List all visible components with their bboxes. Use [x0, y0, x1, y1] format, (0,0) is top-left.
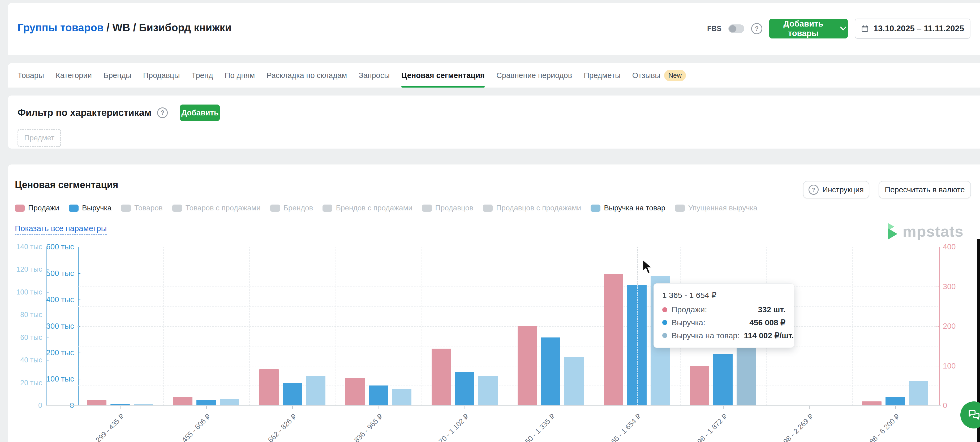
instruction-button[interactable]: ? Инструкция: [803, 181, 869, 199]
bar-выручка-на-товар-2[interactable]: [220, 399, 239, 405]
fbs-toggle[interactable]: [729, 24, 744, 33]
bar-выручка-3[interactable]: [283, 383, 302, 405]
x-axis-line: [46, 405, 941, 406]
tooltip-series-value: 456 008 ₽: [749, 318, 786, 327]
legend-swatch: [15, 205, 25, 212]
axis-tick-label: 400: [943, 242, 956, 251]
breadcrumb-link-product-groups[interactable]: Группы товаров: [18, 22, 103, 33]
tab-bar: ТоварыКатегорииБрендыПродавцыТрендПо дня…: [8, 63, 980, 87]
tab-2[interactable]: Категории: [56, 63, 92, 87]
tooltip-series-value: 114 002 ₽/шт.: [744, 331, 794, 340]
tab-label: По дням: [225, 71, 255, 80]
legend-item-2[interactable]: Выручка: [69, 204, 111, 212]
legend-label: Продавцов с продажами: [496, 204, 581, 212]
tab-label: Тренд: [191, 71, 213, 80]
tooltip-series-dot: [662, 320, 667, 325]
axis-tick-label: 200 тыс: [46, 348, 74, 357]
tab-5[interactable]: Тренд: [191, 63, 213, 87]
axis-tick-mark: [46, 360, 49, 361]
axis-tick-label: 0: [38, 401, 42, 410]
filter-help-icon[interactable]: ?: [157, 107, 168, 118]
mouse-cursor: [642, 259, 655, 275]
legend-swatch: [483, 205, 493, 212]
tooltip-row-1: Продажи:332 шт.: [662, 305, 786, 314]
legend-label: Упущенная выручка: [688, 204, 757, 212]
bar-выручка-на-товар-6[interactable]: [564, 357, 584, 405]
x-axis-label: 970 - 1 102 ₽: [434, 412, 471, 442]
bar-выручка-на-товар-3[interactable]: [306, 376, 325, 405]
legend-swatch: [675, 205, 685, 212]
legend-item-9[interactable]: Выручка на товар: [590, 204, 665, 212]
date-range-picker[interactable]: 13.10.2025 – 11.11.2025: [855, 19, 970, 39]
legend-label: Брендов: [283, 204, 313, 212]
bar-выручка-8[interactable]: [713, 354, 733, 405]
legend-item-6[interactable]: Брендов с продажами: [323, 204, 412, 212]
tab-8[interactable]: Запросы: [359, 63, 390, 87]
x-axis-tick: [723, 406, 724, 409]
bar-выручка-на-товар-4[interactable]: [392, 389, 411, 405]
legend-item-3[interactable]: Товаров: [121, 204, 163, 212]
bar-выручка-6[interactable]: [541, 337, 560, 405]
bar-выручка-на-товар-8[interactable]: [737, 342, 756, 405]
x-axis-label: 1 150 - 1 335 ₽: [516, 412, 557, 442]
tab-label: Ценовая сегментация: [401, 71, 485, 80]
bar-выручка-на-товар-10[interactable]: [909, 381, 928, 405]
gridline-vertical: [163, 247, 164, 405]
tab-9[interactable]: Ценовая сегментация: [401, 63, 485, 87]
bar-продажи-2[interactable]: [173, 397, 192, 405]
bar-продажи-1[interactable]: [87, 400, 107, 405]
legend-item-10[interactable]: Упущенная выручка: [675, 204, 757, 212]
add-products-button[interactable]: Добавить товары: [769, 19, 848, 38]
tab-10[interactable]: Сравнение периодов: [496, 63, 572, 87]
bar-выручка-2[interactable]: [196, 400, 216, 405]
legend-swatch: [590, 205, 600, 212]
tab-1[interactable]: Товары: [18, 63, 44, 87]
breadcrumb: Группы товаров / WB / Бизиборд книжки: [18, 22, 231, 34]
legend-label: Товаров с продажами: [186, 204, 261, 212]
calendar-icon: [861, 24, 869, 33]
bar-продажи-8[interactable]: [690, 366, 709, 405]
legend-item-4[interactable]: Товаров с продажами: [172, 204, 261, 212]
bar-выручка-на-товар-1[interactable]: [134, 404, 153, 405]
legend-item-7[interactable]: Продавцов: [422, 204, 474, 212]
tab-12[interactable]: ОтзывыNew: [632, 63, 686, 87]
chart-tooltip: 1 365 - 1 654 ₽ Продажи:332 шт.Выручка:4…: [654, 283, 794, 348]
recalculate-currency-button[interactable]: Пересчитать в валюте: [878, 181, 971, 199]
fbs-help-icon[interactable]: ?: [751, 23, 762, 34]
tab-6[interactable]: По дням: [225, 63, 255, 87]
bar-выручка-4[interactable]: [369, 385, 388, 405]
bar-выручка-10[interactable]: [886, 397, 905, 405]
bar-выручка-на-товар-5[interactable]: [478, 376, 498, 405]
tab-label: Предметы: [584, 71, 620, 80]
tooltip-series-label: Выручка:: [671, 318, 705, 327]
filter-add-label: Добавить: [181, 108, 218, 117]
axis-tick-label: 120 тыс: [16, 265, 42, 273]
bar-продажи-5[interactable]: [432, 348, 451, 405]
gridline-vertical: [336, 247, 336, 405]
bar-продажи-7[interactable]: [604, 274, 623, 405]
filter-add-button[interactable]: Добавить: [180, 105, 220, 121]
bar-продажи-10[interactable]: [862, 401, 881, 405]
subject-filter-chip[interactable]: Предмет: [18, 129, 61, 147]
bar-выручка-1[interactable]: [110, 404, 130, 405]
bar-продажи-3[interactable]: [259, 369, 279, 405]
tab-4[interactable]: Продавцы: [143, 63, 180, 87]
tab-label: Сравнение периодов: [496, 71, 572, 80]
legend-item-8[interactable]: Продавцов с продажами: [483, 204, 581, 212]
legend-item-5[interactable]: Брендов: [270, 204, 313, 212]
bar-продажи-4[interactable]: [345, 378, 365, 405]
x-axis-label: 836 - 965 ₽: [353, 412, 385, 442]
legend-item-1[interactable]: Продажи: [15, 204, 59, 212]
tab-7[interactable]: Раскладка по складам: [267, 63, 347, 87]
legend-label: Выручка: [82, 204, 111, 212]
bar-продажи-6[interactable]: [518, 326, 537, 405]
mpstats-watermark: mpstats: [887, 222, 964, 240]
x-axis-label: 299 - 435 ₽: [94, 412, 126, 442]
date-range-value: 13.10.2025 – 11.11.2025: [873, 24, 964, 33]
tab-label: Отзывы: [632, 71, 660, 80]
bar-выручка-5[interactable]: [455, 372, 474, 405]
show-all-parameters-link[interactable]: Показать все параметры: [15, 224, 107, 235]
tab-3[interactable]: Бренды: [103, 63, 131, 87]
axis-tick-label: 300 тыс: [46, 322, 74, 331]
tab-11[interactable]: Предметы: [584, 63, 620, 87]
